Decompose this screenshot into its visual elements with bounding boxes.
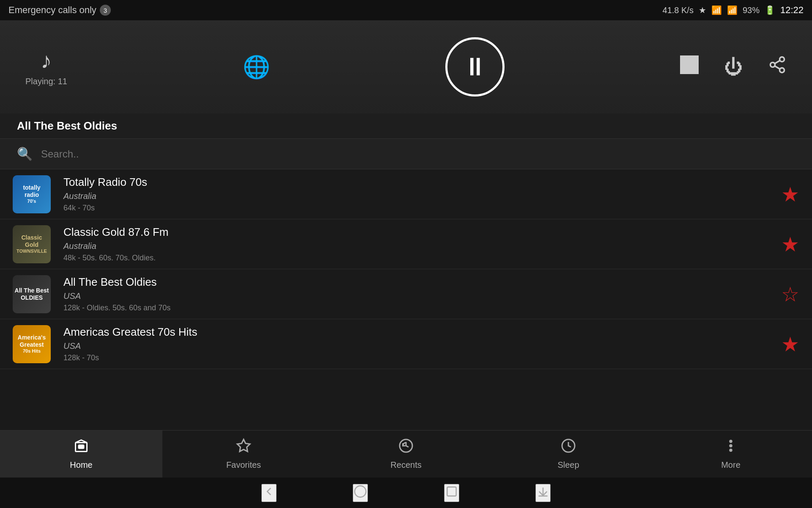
favorites-label: Favorites	[226, 460, 261, 470]
nav-home[interactable]: Home	[0, 431, 162, 478]
sys-home-button[interactable]	[353, 484, 368, 502]
recents-label: Recents	[390, 460, 421, 470]
nav-favorites[interactable]: Favorites	[162, 431, 325, 478]
notification-badge: 3	[100, 5, 111, 16]
list-item[interactable]: All The Best OLDIES All The Best Oldies …	[0, 269, 812, 319]
system-nav-bar	[0, 478, 812, 508]
station-details: 128k - 70s	[63, 353, 781, 362]
station-thumbnail: totally radio 70's	[13, 175, 51, 213]
station-info: All The Best Oldies USA 128k - Oldies. 5…	[63, 276, 781, 312]
music-icon: ♪	[41, 48, 52, 73]
player-header: ♪ Playing: 11 🌐 ⏸ ⏻	[0, 20, 812, 113]
share-button[interactable]	[768, 55, 787, 78]
svg-line-4	[775, 61, 780, 64]
svg-point-11	[730, 445, 732, 447]
globe-icon: 🌐	[243, 54, 270, 80]
station-details: 128k - Oldies. 50s. 60s and 70s	[63, 304, 781, 312]
favorite-button[interactable]: ☆	[781, 282, 799, 306]
stop-icon	[680, 55, 699, 74]
playing-info: Playing: 11	[25, 77, 67, 86]
nav-sleep[interactable]: Sleep	[487, 431, 650, 478]
station-title-bar: All The Best Oldies	[0, 113, 812, 139]
station-details: 48k - 50s. 60s. 70s. Oldies.	[63, 254, 781, 262]
svg-point-10	[730, 440, 732, 442]
more-icon	[723, 438, 738, 457]
emergency-calls-text: Emergency calls only	[8, 5, 96, 16]
station-name: Classic Gold 87.6 Fm	[63, 226, 781, 239]
sys-back-button[interactable]	[261, 484, 277, 502]
battery-icon: 🔋	[765, 5, 775, 15]
list-item[interactable]: America's Greatest 70s Hits Americas Gre…	[0, 319, 812, 369]
data-speed: 41.8 K/s	[663, 6, 694, 15]
station-country: USA	[63, 341, 781, 351]
share-icon	[768, 55, 787, 74]
search-input[interactable]	[41, 148, 795, 160]
wifi-icon: 📶	[727, 5, 738, 15]
svg-point-13	[355, 486, 366, 497]
station-details: 64k - 70s	[63, 204, 781, 213]
more-label: More	[721, 460, 741, 470]
svg-marker-7	[237, 439, 250, 452]
svg-rect-6	[79, 445, 84, 449]
station-info: Classic Gold 87.6 Fm Australia 48k - 50s…	[63, 226, 781, 262]
signal-icon: 📶	[711, 5, 722, 15]
power-button[interactable]: ⏻	[724, 56, 743, 77]
svg-point-1	[770, 63, 775, 67]
svg-point-0	[779, 57, 784, 62]
station-thumbnail: America's Greatest 70s Hits	[13, 325, 51, 363]
station-name: Totally Radio 70s	[63, 176, 781, 189]
search-icon: 🔍	[17, 146, 33, 161]
home-icon	[74, 438, 89, 457]
station-country: Australia	[63, 191, 781, 201]
battery-level: 93%	[743, 6, 760, 15]
content-area: totally radio 70's Totally Radio 70s Aus…	[0, 169, 812, 430]
search-container: 🔍	[0, 139, 812, 169]
status-bar-right: 41.8 K/s ★ 📶 📶 93% 🔋 12:22	[663, 5, 804, 16]
svg-point-12	[730, 449, 732, 451]
pause-button[interactable]: ⏸	[445, 37, 505, 97]
time-display: 12:22	[780, 5, 804, 16]
favorite-button[interactable]: ★	[781, 182, 799, 206]
status-bar-left: Emergency calls only 3	[8, 5, 111, 16]
svg-rect-14	[447, 487, 456, 496]
sleep-label: Sleep	[557, 460, 579, 470]
nav-more[interactable]: More	[650, 431, 812, 478]
player-right-controls: ⏻	[680, 55, 787, 78]
app-container: ♪ Playing: 11 🌐 ⏸ ⏻	[0, 20, 812, 508]
nav-recents[interactable]: Recents	[325, 431, 487, 478]
sys-recents-button[interactable]	[444, 484, 459, 502]
favorites-icon	[236, 438, 251, 457]
station-info: Totally Radio 70s Australia 64k - 70s	[63, 176, 781, 213]
station-name: All The Best Oldies	[63, 276, 781, 289]
radio-list: totally radio 70's Totally Radio 70s Aus…	[0, 169, 812, 430]
recents-icon	[398, 438, 414, 457]
svg-point-2	[779, 68, 784, 72]
favorite-button[interactable]: ★	[781, 232, 799, 256]
bluetooth-icon: ★	[699, 5, 706, 15]
sleep-icon	[561, 438, 576, 457]
pause-icon: ⏸	[462, 54, 488, 80]
home-label: Home	[70, 460, 92, 470]
station-thumbnail: Classic Gold TOWNSVILLE	[13, 225, 51, 263]
list-item[interactable]: Classic Gold TOWNSVILLE Classic Gold 87.…	[0, 219, 812, 269]
sys-screenshot-button[interactable]	[535, 484, 551, 502]
station-thumbnail: All The Best OLDIES	[13, 275, 51, 313]
favorite-button[interactable]: ★	[781, 332, 799, 356]
station-name: Americas Greatest 70s Hits	[63, 326, 781, 339]
station-info: Americas Greatest 70s Hits USA 128k - 70…	[63, 326, 781, 362]
power-icon: ⏻	[724, 56, 743, 77]
stop-button[interactable]	[680, 55, 699, 78]
list-item[interactable]: totally radio 70's Totally Radio 70s Aus…	[0, 169, 812, 219]
status-bar: Emergency calls only 3 41.8 K/s ★ 📶 📶 93…	[0, 0, 812, 20]
station-country: Australia	[63, 241, 781, 251]
current-station-title: All The Best Oldies	[17, 119, 117, 133]
station-country: USA	[63, 291, 781, 301]
player-left-group: ♪ Playing: 11	[25, 48, 67, 86]
svg-line-3	[775, 66, 780, 69]
bottom-nav: Home Favorites Recents	[0, 430, 812, 478]
